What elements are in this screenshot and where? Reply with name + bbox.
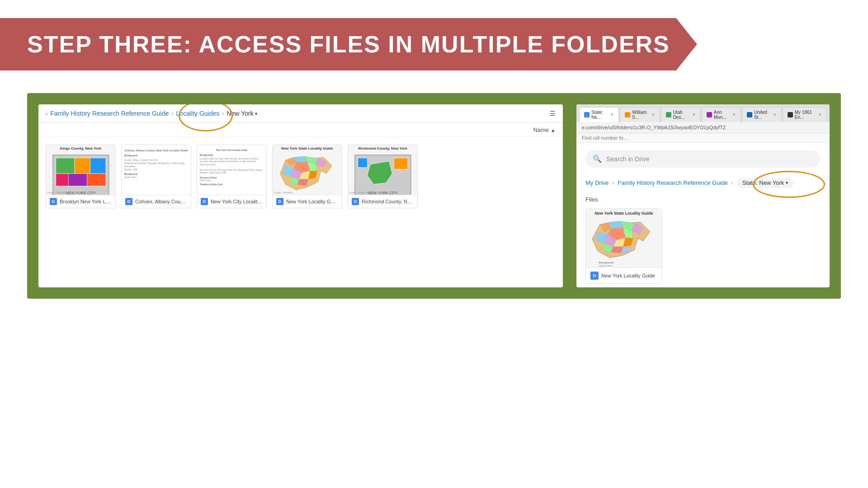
kings-file-label: Brooklyn New York Locali... (60, 199, 112, 204)
large-file-label-ny: New York Locality Guide (601, 273, 655, 278)
tab-label-ann: Ann Mun... (714, 110, 731, 120)
nystate-svg-small (274, 152, 340, 195)
search-box[interactable]: 🔍 Search in Drive (585, 150, 821, 168)
file-thumbnail-richmond: Richmond County, New York NEW YORK CITY … (348, 145, 417, 195)
drive-bc-current: State: New York ▾ (737, 178, 794, 188)
left-bc-locality-guides[interactable]: Locality Guides (176, 110, 220, 117)
tab-united[interactable]: United St... ✕ (742, 107, 782, 122)
large-ny-map-title: New York State Locality Guide (586, 209, 662, 218)
files-section: Files New York State Locality Guide (576, 192, 830, 287)
cohoes-file-name-row: D Cohoes, Albany County, N... (122, 195, 191, 208)
tab-close-united[interactable]: ✕ (773, 113, 777, 117)
file-thumbnail-cohoes: Cohoes, Albany County, New York Locality… (122, 145, 191, 195)
drive-bc-state-label: State: New York (742, 179, 784, 186)
kings-county-svg: NEW YORK CITY (50, 152, 112, 195)
file-card-cohoes[interactable]: Cohoes, Albany County, New York Locality… (121, 145, 191, 208)
cohoes-file-label: Cohoes, Albany County, N... (135, 199, 187, 204)
nyc-file-name-row: D New York City Locality Gu... (197, 195, 266, 208)
tab-utah[interactable]: Utah Des... ✕ (661, 107, 701, 122)
left-bc-newyork-label: New York (226, 110, 253, 117)
main-content: › Family History Research Reference Guid… (27, 93, 841, 299)
drive-bc-mydrive[interactable]: My Drive (585, 179, 609, 186)
left-bc-current: New York ▾ (226, 110, 257, 117)
grid-view-icon[interactable]: ☰ (550, 110, 556, 117)
files-section-label: Files (585, 196, 821, 203)
file-card-nylocal[interactable]: New York State Locality Guide (272, 145, 342, 208)
svg-rect-6 (87, 174, 105, 186)
file-card-nyc[interactable]: New York City Locality Guide Background … (197, 145, 267, 208)
svg-text:Background: Background (599, 261, 614, 264)
svg-rect-23 (358, 158, 367, 168)
tab-close-william[interactable]: ✕ (651, 113, 655, 117)
tab-1861[interactable]: My 1861 En... ✕ (783, 107, 827, 122)
tab-favicon-state (584, 112, 590, 117)
richmond-county-svg: NEW YORK CITY (352, 152, 414, 195)
nyc-doc-content: New York City Locality Guide Background … (197, 145, 266, 195)
tab-favicon-united (747, 112, 752, 117)
svg-text:Quick Facts: Quick Facts (599, 264, 612, 267)
left-panel: › Family History Research Reference Guid… (38, 104, 563, 287)
file-card-richmond[interactable]: Richmond County, New York NEW YORK CITY … (348, 145, 418, 208)
browser-tabs: State: Ne... ✕ William S... ✕ Utah Des..… (576, 104, 830, 122)
svg-rect-24 (394, 158, 407, 169)
tab-state-new[interactable]: State: Ne... ✕ (579, 107, 619, 122)
svg-rect-2 (75, 158, 90, 174)
search-placeholder: Search in Drive (606, 155, 650, 163)
nylocal-file-label: New York Locality Guide (286, 199, 338, 204)
richmond-watermark: Google · Wikipedia (349, 191, 368, 194)
left-bc-sep2: › (222, 110, 224, 117)
tab-favicon-1861 (788, 112, 793, 117)
tab-close-utah[interactable]: ✕ (692, 113, 696, 117)
tab-close-ann[interactable]: ✕ (732, 113, 736, 117)
drive-bc-family[interactable]: Family History Research Reference Guide (618, 179, 727, 186)
tab-favicon-utah (666, 112, 671, 117)
nystate-svg-large: Background Quick Facts (588, 218, 660, 267)
drive-bc-dropdown-icon[interactable]: ▾ (786, 180, 788, 185)
tab-favicon-william (625, 112, 630, 117)
left-bc-family-history[interactable]: Family History Research Reference Guide (50, 110, 169, 117)
left-breadcrumb-bar: › Family History Research Reference Guid… (38, 104, 563, 123)
nyc-doc-icon: D (201, 198, 208, 205)
nylocal-doc-icon: D (276, 198, 283, 205)
cohoes-doc-content: Cohoes, Albany County, New York Locality… (122, 145, 191, 195)
left-bc-dropdown-icon[interactable]: ▾ (255, 111, 257, 116)
large-file-name-row-ny: D New York Locality Guide (586, 267, 662, 283)
richmond-map-title: Richmond County, New York (348, 145, 417, 152)
search-area: 🔍 Search in Drive (576, 143, 830, 173)
tab-label-william: William S... (632, 110, 649, 120)
sort-arrow-icon: ▲ (551, 127, 556, 133)
richmond-file-name-row: D Richmond County, New York (348, 195, 417, 208)
tab-label-state: State: Ne... (591, 110, 609, 120)
file-thumbnail-nylocal: New York State Locality Guide (273, 145, 342, 195)
file-thumbnail-nyc: New York City Locality Guide Background … (197, 145, 266, 195)
large-doc-icon: D (590, 272, 599, 280)
sort-bar: Name ▲ (38, 123, 563, 137)
svg-rect-3 (90, 158, 105, 174)
drive-bc-sep1: › (612, 180, 614, 186)
large-file-thumbnail-ny: New York State Locality Guide (586, 209, 662, 267)
find-bar-text: Find roll number fo... (582, 135, 627, 141)
svg-rect-4 (56, 174, 68, 186)
file-card-kings[interactable]: Kings County, New York NEW YORK CITY Goo… (46, 145, 116, 208)
find-bar[interactable]: Find roll number fo... (576, 133, 830, 143)
drive-breadcrumb: My Drive › Family History Research Refer… (576, 173, 830, 192)
search-icon: 🔍 (593, 155, 602, 163)
tab-favicon-ann (707, 112, 712, 117)
large-file-card-ny[interactable]: New York State Locality Guide (585, 208, 662, 284)
tab-label-utah: Utah Des... (673, 110, 690, 120)
tab-close-1861[interactable]: ✕ (818, 113, 822, 117)
address-bar[interactable]: e.com/drive/u/0/folders/1c3R-O_YWpik15i3… (576, 122, 830, 133)
richmond-file-label: Richmond County, New York (362, 199, 414, 204)
tab-label-1861: My 1861 En... (795, 110, 816, 120)
tab-ann[interactable]: Ann Mun... ✕ (702, 107, 741, 122)
tab-william[interactable]: William S... ✕ (620, 107, 660, 122)
left-bc-root-icon: › (46, 110, 47, 117)
kings-doc-icon: D (50, 198, 57, 205)
file-thumbnail-kings: Kings County, New York NEW YORK CITY Goo… (46, 145, 115, 195)
page-title: STEP THREE: ACCESS FILES IN MULTIPLE FOL… (27, 31, 670, 58)
left-bc-sep1: › (172, 110, 174, 117)
svg-rect-1 (56, 158, 74, 174)
tab-close-state[interactable]: ✕ (610, 113, 614, 117)
sort-name-label[interactable]: Name (533, 127, 549, 133)
right-panel: State: Ne... ✕ William S... ✕ Utah Des..… (576, 104, 830, 287)
